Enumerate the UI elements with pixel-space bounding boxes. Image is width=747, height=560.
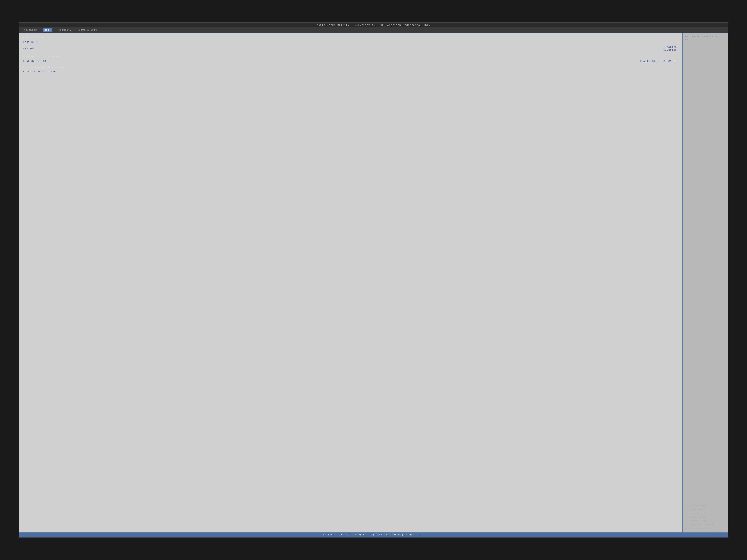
boot-config-row: Boot Configuration [23,36,678,39]
delete-boot-row[interactable]: ▶ Delete Boot Option [23,70,678,73]
hard-drive-bbs-label: Hard Drive BBS Priorities [23,66,65,69]
boot-priorities-label: Boot Option Priorities [23,55,60,58]
help-panel: Set the boot device in th... ↔: Select S… [682,33,728,532]
pxe-rom-value1: [Enabled] [663,46,678,49]
boot-config-label: Boot Configuration [23,36,53,39]
uefi-boot-label: UEFI Boot [23,41,38,44]
status-bar: Version 1.28.1119. Copyright (C) 2008 Am… [19,532,728,537]
help-top-text: Set the boot device in th... [685,35,725,42]
nav-item-boot[interactable]: Boot [43,28,53,32]
key-hint-4: F1: General Help [685,519,725,523]
boot-option1-label: Boot Option #1 [23,60,46,63]
uefi-boot-row[interactable]: UEFI Boot [23,41,678,44]
key-hint-3: +/-: Change Opt. [685,515,725,519]
key-hint-5: F9: Optimized Default [685,523,725,527]
key-hint-2: Enter: Select [685,511,725,515]
settings-panel: Boot Configuration UEFI Boot PXE ROM [En… [19,33,682,532]
status-text: Version 1.28.1119. Copyright (C) 2008 Am… [323,533,424,536]
pxe-rom-row[interactable]: PXE ROM [Enabled] [Disabled] [23,45,678,52]
spacer1 [23,53,678,55]
boot-priorities-row: Boot Option Priorities [23,55,678,58]
pxe-rom-value2: [Disabled] [662,49,678,51]
boot-option1-row[interactable]: Boot Option #1 [SATA: INTEL SSDSC2...] [23,59,678,63]
pxe-rom-label: PXE ROM [23,47,35,50]
help-keys: ↔: Select Screen ↑↓: Select Item Enter: … [685,504,725,530]
bios-screen: Aptio Setup Utility - Copyright (C) 2008… [19,22,728,538]
pxe-rom-values: [Enabled] [Disabled] [662,46,678,51]
key-hint-1: ↑↓: Select Item [685,508,725,511]
nav-item-security[interactable]: Security [57,28,73,32]
arrow-icon: ▶ [23,70,25,73]
nav-item-save-exit[interactable]: Save & Exit [78,28,99,32]
key-hint-0: ↔: Select Screen [685,504,725,508]
nav-bar: Advanced Boot Security Save & Exit [19,27,728,33]
title-text: Aptio Setup Utility - Copyright (C) 2008… [317,24,430,27]
spacer2 [23,64,678,66]
nav-item-advanced[interactable]: Advanced [22,28,38,32]
title-bar: Aptio Setup Utility - Copyright (C) 2008… [19,23,728,27]
boot-option1-value: [SATA: INTEL SSDSC2...] [640,60,678,63]
hard-drive-bbs-row[interactable]: Hard Drive BBS Priorities [23,66,678,69]
key-hint-6: F10: Save ESC: Exit [685,527,725,530]
main-content: Boot Configuration UEFI Boot PXE ROM [En… [19,33,728,532]
delete-boot-label: Delete Boot Option [26,70,56,73]
